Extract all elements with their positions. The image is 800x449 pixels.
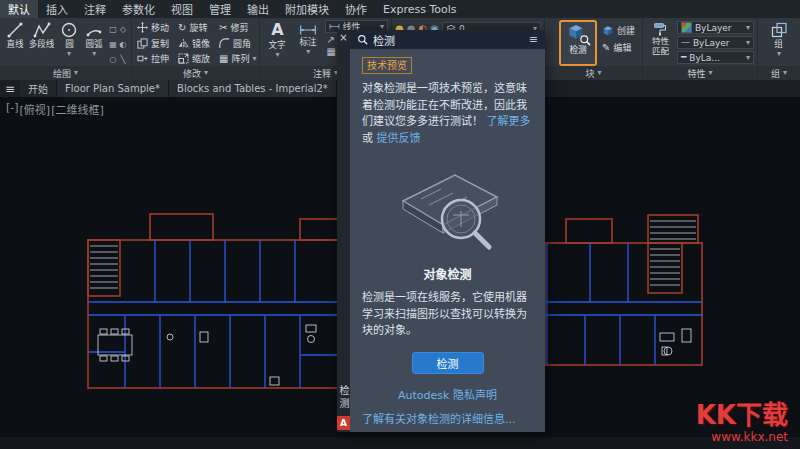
hatch-icon[interactable]: ▦: [108, 37, 118, 52]
detect-button[interactable]: 检测: [412, 352, 484, 374]
file-tab-blocks-and-tables[interactable]: Blocks and Tables - Imperial2*: [169, 80, 337, 97]
detect-tool-button[interactable]: 检测: [559, 20, 597, 66]
panel-label-group[interactable]: 组 ▾: [758, 66, 800, 80]
ribbon-tab-output[interactable]: 输出: [239, 0, 277, 18]
ribbon-tab-addins[interactable]: 附加模块: [277, 0, 337, 18]
chevron-down-icon: ▾: [306, 48, 310, 56]
watermark-url: www.kkx.net: [696, 430, 788, 444]
tool-label: 文字: [269, 40, 286, 50]
panel-title: 特性: [687, 67, 705, 80]
viewport-controls: [-] [俯视] [二维线框]: [6, 101, 104, 117]
trim-icon: ✂: [219, 23, 227, 33]
stretch-icon: [137, 53, 148, 64]
ribbon-tab-parametric[interactable]: 参数化: [114, 0, 163, 18]
ribbon-tab-express-tools[interactable]: Express Tools: [375, 0, 465, 18]
trim-tool-button[interactable]: ✂修剪: [217, 20, 258, 36]
lineweight-icon: ━: [681, 53, 686, 62]
copy-tool-button[interactable]: 复制: [135, 36, 176, 52]
text-tool-button[interactable]: A 文字 ▾: [263, 19, 292, 65]
learn-more-link[interactable]: 了解更多: [487, 115, 531, 128]
array-tool-button[interactable]: ▦阵列▾: [217, 51, 258, 67]
gradient-icon[interactable]: ◐: [118, 37, 128, 52]
edit-icon: ✎: [602, 43, 610, 53]
tool-label: 复制: [151, 37, 169, 50]
magnifier-icon: [357, 34, 368, 45]
palette-title: 检测: [373, 32, 395, 48]
detect-icon: [567, 23, 589, 45]
rectangle-icon[interactable]: □: [108, 22, 118, 37]
panel-block: 检测 创建 ✎ 编辑 块 ▾: [545, 18, 643, 80]
spline-icon[interactable]: ╲: [118, 52, 128, 67]
panel-label-modify[interactable]: 修改 ▾: [132, 66, 259, 80]
detect-palette: × 检测 A 检测 ≡ 技术预览 对象检测是一项技术预览，这意味着检测功能正在不…: [337, 30, 545, 432]
tool-label: 特性: [652, 36, 669, 46]
autocad-window: 默认 插入 注释 参数化 视图 管理 输出 附加模块 协作 Express To…: [0, 0, 800, 449]
panel-title: 绘图: [53, 67, 71, 80]
lineweight-dropdown[interactable]: ━ ByLa... ▾: [677, 51, 754, 64]
tool-label: 标注: [300, 37, 317, 47]
file-tab-start[interactable]: 开始: [20, 80, 57, 97]
edit-block-button[interactable]: ✎ 编辑: [602, 41, 635, 54]
ribbon-tab-insert[interactable]: 插入: [38, 0, 76, 18]
lineweight-value: ByLa...: [689, 53, 720, 63]
arc-tool-button[interactable]: 圆弧 ▾: [83, 19, 106, 65]
scale-tool-button[interactable]: 缩放: [176, 51, 217, 67]
panel-label-properties[interactable]: 特性 ▾: [643, 66, 757, 80]
tool-label: 检测: [569, 45, 586, 55]
watermark-title: KK下载: [696, 402, 788, 428]
panel-label-draw[interactable]: 绘图 ▾: [0, 66, 131, 80]
palette-content: 技术预览 对象检测是一项技术预览，这意味着检测功能正在不断改进，因此我们建议您多…: [350, 49, 545, 432]
ribbon-tab-collaborate[interactable]: 协作: [337, 0, 375, 18]
palette-menu-icon[interactable]: ≡: [529, 33, 538, 46]
group-icon: [770, 21, 788, 39]
panel-group: 组 ▾ 组 ▾: [758, 18, 800, 80]
ribbon-tab-default[interactable]: 默认: [0, 0, 38, 18]
match-properties-icon: [653, 22, 667, 36]
file-menu-icon[interactable]: ≡: [0, 80, 20, 97]
circle-icon: [60, 21, 78, 39]
line-tool-button[interactable]: 直线: [3, 19, 26, 65]
fillet-icon: [219, 38, 230, 49]
tool-label: 旋转: [189, 21, 207, 34]
fillet-tool-button[interactable]: 圆角: [217, 36, 258, 52]
chevron-down-icon: ▾: [777, 50, 781, 58]
color-swatch-icon: [681, 22, 692, 33]
table-icon: ▦: [327, 47, 336, 57]
privacy-statement-link[interactable]: Autodesk 隐私声明: [398, 389, 497, 402]
dimension-tool-button[interactable]: 标注 ▾: [294, 19, 323, 65]
viewport-menu-control[interactable]: [-]: [6, 101, 19, 117]
object-color-dropdown[interactable]: ByLayer ▾: [677, 21, 754, 34]
copy-icon: [137, 38, 148, 49]
group-tool-button[interactable]: 组 ▾: [762, 19, 796, 65]
palette-header: 检测 ≡: [350, 30, 545, 49]
move-tool-button[interactable]: 移动: [135, 20, 176, 36]
chevron-down-icon: ▾: [67, 50, 71, 58]
rotate-tool-button[interactable]: ↻旋转: [176, 20, 217, 36]
tool-label: 圆: [65, 39, 74, 49]
file-tab-floor-plan-sample[interactable]: Floor Plan Sample*: [57, 80, 169, 97]
palette-grip-bar[interactable]: × 检测 A: [337, 30, 350, 432]
viewport-view-control[interactable]: [俯视]: [20, 101, 51, 117]
ribbon-tab-manage[interactable]: 管理: [201, 0, 239, 18]
ribbon-tab-view[interactable]: 视图: [163, 0, 201, 18]
stretch-tool-button[interactable]: 拉伸: [135, 51, 176, 67]
viewport-visual-style-control[interactable]: [二维线框]: [51, 101, 104, 117]
linetype-dropdown[interactable]: — ByLayer ▾: [677, 36, 754, 49]
match-properties-button[interactable]: 特性 匹配: [646, 19, 675, 65]
circle-tool-button[interactable]: 圆 ▾: [57, 19, 80, 65]
ribbon-tab-annotate[interactable]: 注释: [76, 0, 114, 18]
create-block-button[interactable]: 创建: [602, 24, 635, 37]
mirror-tool-button[interactable]: 镜像: [176, 36, 217, 52]
panel-label-block[interactable]: 块 ▾: [545, 66, 642, 80]
tech-preview-badge: 技术预览: [362, 57, 412, 74]
tool-label: 匹配: [652, 46, 669, 56]
draw-extra-tools: □ ◇ ▦ ◐ ○ ╲: [108, 19, 128, 65]
polyline-tool-button[interactable]: 多段线: [28, 19, 55, 65]
feedback-link[interactable]: 提供反馈: [377, 132, 421, 145]
polygon-icon[interactable]: ◇: [118, 22, 128, 37]
detection-info-link[interactable]: 了解有关对象检测的详细信息...: [362, 413, 516, 426]
watermark: KK下载 www.kkx.net: [696, 402, 788, 444]
ellipse-icon[interactable]: ○: [108, 52, 118, 67]
palette-close-button[interactable]: ×: [339, 30, 347, 45]
tool-label: 移动: [151, 21, 169, 34]
